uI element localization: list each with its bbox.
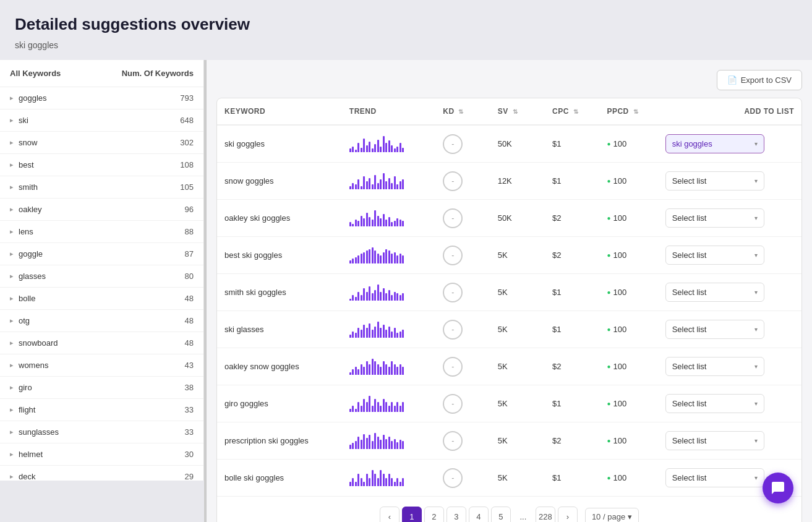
kd-cell: - (435, 311, 490, 348)
select-list-button[interactable]: Select list ▾ (665, 320, 764, 339)
sidebar-item-left: ▸ glasses (10, 272, 46, 281)
pagination-page-4[interactable]: 4 (469, 507, 489, 522)
col-sv[interactable]: SV ⇅ (490, 98, 545, 125)
trend-bar-segment (366, 213, 368, 226)
sidebar-item-count: 302 (180, 138, 194, 147)
sidebar-item-label: snowboard (19, 338, 58, 348)
trend-cell (342, 460, 435, 497)
trend-bar-segment (349, 260, 351, 263)
col-cpc[interactable]: CPC ⇅ (545, 98, 599, 125)
sidebar-item-left: ▸ bolle (10, 294, 35, 303)
kd-cell: - (435, 237, 490, 274)
trend-bar-segment (355, 441, 357, 449)
select-list-button[interactable]: Select list ▾ (665, 357, 764, 376)
trend-bar-segment (377, 254, 379, 263)
trend-bar-segment (352, 406, 354, 412)
col-kd[interactable]: KD ⇅ (435, 98, 490, 125)
pagination-page-3[interactable]: 3 (447, 507, 466, 522)
trend-bar-segment (361, 364, 362, 375)
sidebar-item[interactable]: ▸ giro 38 (0, 377, 203, 399)
trend-bar-segment (380, 470, 382, 486)
trend-bar-segment (402, 330, 404, 338)
sidebar-item[interactable]: ▸ bolle 48 (0, 288, 203, 310)
trend-bar-segment (372, 470, 374, 486)
sidebar-item[interactable]: ▸ ski 648 (0, 109, 203, 132)
trend-bar-segment (383, 474, 385, 486)
trend-bar-segment (361, 330, 362, 338)
trend-bar-segment (380, 147, 382, 152)
select-list-button[interactable]: Select list ▾ (665, 431, 764, 450)
table-row: smith ski goggles - 5K $1 ● 100 Select l… (217, 274, 801, 311)
select-list-button[interactable]: Select list ▾ (665, 394, 764, 413)
sidebar-item[interactable]: ▸ snowboard 48 (0, 332, 203, 354)
sidebar-item-left: ▸ deck (10, 472, 35, 481)
chevron-right-icon: ▸ (10, 361, 14, 369)
sidebar-item[interactable]: ▸ oakley 96 (0, 199, 203, 221)
sidebar-item-label: goggles (19, 93, 47, 103)
ppcd-value: 100 (613, 250, 626, 260)
kd-circle: - (443, 320, 463, 340)
select-list-button[interactable]: Select list ▾ (665, 468, 764, 487)
sidebar-item-count: 88 (185, 227, 194, 236)
sidebar-item[interactable]: ▸ sunglasses 33 (0, 421, 203, 443)
ppcd-cell: ● 100 (599, 460, 657, 497)
sidebar-item[interactable]: ▸ womens 43 (0, 354, 203, 377)
pagination-per-page-select[interactable]: 10 / page ▾ (585, 508, 639, 523)
table-container: KEYWORD TREND KD ⇅ SV ⇅ CPC ⇅ PPCD ⇅ ADD… (216, 98, 802, 522)
sidebar-item-left: ▸ ski (10, 116, 28, 125)
sidebar-item[interactable]: ▸ deck 29 (0, 466, 203, 481)
trend-bar-segment (385, 293, 387, 301)
sidebar-item-count: 793 (180, 93, 194, 103)
select-list-button[interactable]: Select list ▾ (665, 208, 764, 228)
pagination-next-button[interactable]: › (558, 507, 578, 522)
sidebar-item[interactable]: ▸ goggles 793 (0, 87, 203, 109)
kd-cell: - (435, 422, 490, 460)
trend-bar-segment (357, 369, 359, 375)
sidebar-item[interactable]: ▸ best 108 (0, 154, 203, 176)
pagination-last-page[interactable]: 228 (536, 507, 555, 522)
sidebar-item[interactable]: ▸ glasses 80 (0, 265, 203, 288)
chevron-down-icon: ▾ (754, 215, 758, 221)
trend-cell (342, 125, 435, 163)
pagination-page-2[interactable]: 2 (424, 507, 444, 522)
sidebar-item[interactable]: ▸ smith 105 (0, 176, 203, 199)
select-list-button[interactable]: Select list ▾ (665, 246, 764, 265)
sidebar-item-count: 108 (180, 160, 194, 169)
sidebar-item-label: deck (19, 472, 35, 481)
trend-cell (342, 163, 435, 200)
chat-fab-button[interactable] (763, 473, 793, 503)
keywords-table: KEYWORD TREND KD ⇅ SV ⇅ CPC ⇅ PPCD ⇅ ADD… (217, 98, 801, 497)
sidebar-item[interactable]: ▸ helmet 30 (0, 443, 203, 466)
pagination-prev-button[interactable]: ‹ (380, 507, 400, 522)
ppcd-cell: ● 100 (599, 385, 657, 422)
trend-bar-segment (352, 443, 354, 449)
cpc-cell: $1 (545, 163, 599, 200)
keyword-cell: smith ski goggles (217, 274, 342, 311)
sidebar-item[interactable]: ▸ lens 88 (0, 221, 203, 243)
trend-bar-segment (394, 252, 396, 263)
sidebar-item[interactable]: ▸ flight 33 (0, 399, 203, 421)
chevron-right-icon: ▸ (10, 116, 14, 124)
sidebar-item-left: ▸ goggles (10, 93, 47, 103)
trend-bar-segment (372, 184, 374, 189)
trend-bar-segment (383, 136, 385, 152)
trend-bar-segment (355, 333, 357, 338)
export-csv-button[interactable]: 📄 Export to CSV (717, 70, 802, 90)
keyword-cell: best ski goggles (217, 237, 342, 274)
trend-bar-segment (377, 216, 379, 226)
pagination-page-5[interactable]: 5 (491, 507, 511, 522)
select-list-button[interactable]: Select list ▾ (665, 171, 764, 190)
select-list-button[interactable]: Select list ▾ (665, 283, 764, 302)
pagination-page-1[interactable]: 1 (402, 507, 422, 522)
sv-cell: 5K (490, 460, 545, 497)
select-list-button[interactable]: ski goggles ▾ (665, 134, 764, 153)
select-list-label: Select list (672, 362, 707, 371)
trend-bar-segment (391, 222, 393, 226)
sidebar-item[interactable]: ▸ goggle 87 (0, 243, 203, 265)
trend-bar-segment (352, 259, 354, 263)
sidebar-item[interactable]: ▸ otg 48 (0, 310, 203, 332)
add-to-list-cell: Select list ▾ (658, 348, 801, 385)
trend-bar-segment (396, 255, 398, 263)
col-ppcd[interactable]: PPCD ⇅ (599, 98, 657, 125)
sidebar-item[interactable]: ▸ snow 302 (0, 132, 203, 154)
